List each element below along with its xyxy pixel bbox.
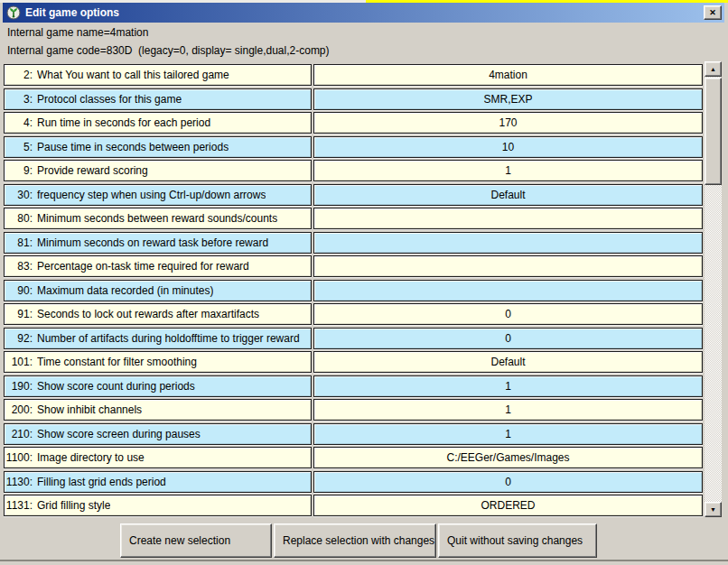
option-value-cell[interactable]: ORDERED (313, 495, 703, 516)
option-label-cell[interactable]: 1130:Filling last grid ends period (4, 471, 312, 493)
option-label-cell[interactable]: 4:Run time in seconds for each period (4, 112, 312, 134)
option-number: 81: (5, 236, 33, 249)
option-value-cell[interactable]: 4mation (313, 64, 703, 86)
option-row: 5:Pause time in seconds between periods1… (4, 136, 703, 158)
option-label-cell[interactable]: 1100:Image directory to use (4, 447, 312, 468)
option-label: Protocol classes for this game (37, 93, 182, 106)
edit-game-options-window: Edit game options ✕ Internal game name=4… (0, 0, 728, 565)
option-label: Show score count during periods (37, 380, 195, 393)
option-value-cell[interactable]: 10 (313, 136, 703, 158)
option-row: 200:Show inhibit channels1 (4, 399, 703, 421)
option-number: 80: (5, 212, 33, 225)
option-label-cell[interactable]: 30:frequency step when using Ctrl-up/dow… (4, 184, 312, 206)
create-new-selection-button[interactable]: Create new selection (120, 523, 272, 558)
option-label-cell[interactable]: 83:Percentage on-task time required for … (4, 255, 312, 277)
option-row: 101:Time constant for filter smoothingDe… (4, 351, 703, 373)
option-value-cell[interactable] (313, 280, 703, 301)
option-row: 92:Number of artifacts during holdofftim… (4, 328, 703, 349)
option-label-cell[interactable]: 190:Show score count during periods (4, 375, 312, 397)
window-bottom-edge (0, 560, 728, 561)
option-label: Grid filling style (37, 499, 110, 512)
option-label-cell[interactable]: 210:Show score screen during pauses (4, 423, 312, 445)
scroll-down-button[interactable]: ▼ (705, 502, 722, 517)
option-value-cell[interactable]: 1 (313, 423, 703, 445)
option-number: 30: (5, 189, 33, 201)
option-label-cell[interactable]: 3:Protocol classes for this game (4, 88, 312, 110)
option-number: 9: (5, 164, 33, 177)
option-value-cell[interactable]: 1 (313, 399, 703, 421)
option-label: Run time in seconds for each period (37, 116, 210, 129)
option-number: 210: (5, 428, 33, 440)
option-row: 81:Minimum seconds on reward task before… (4, 232, 703, 254)
scroll-up-button[interactable]: ▲ (705, 61, 722, 77)
option-number: 5: (5, 141, 33, 153)
option-row: 9:Provide reward scoring1 (4, 160, 703, 181)
option-label: Pause time in seconds between periods (37, 141, 229, 153)
option-number: 91: (5, 308, 33, 320)
vertical-scrollbar[interactable]: ▲ ▼ (705, 61, 722, 517)
option-label-cell[interactable]: 1131:Grid filling style (4, 495, 312, 516)
option-label-cell[interactable]: 200:Show inhibit channels (4, 399, 312, 421)
option-label-cell[interactable]: 81:Minimum seconds on reward task before… (4, 232, 312, 254)
scroll-down-icon: ▼ (710, 506, 716, 513)
option-number: 92: (5, 332, 33, 345)
option-label: Time constant for filter smoothing (37, 356, 197, 368)
option-label: Number of artifacts during holdofftime t… (37, 332, 300, 345)
window-title: Edit game options (25, 6, 119, 19)
scrollbar-thumb[interactable] (705, 78, 722, 185)
option-label-cell[interactable]: 80:Minimum seconds between reward sounds… (4, 208, 312, 229)
close-icon: ✕ (709, 8, 716, 17)
option-row: 1100:Image directory to useC:/EEGer/Game… (4, 447, 703, 468)
option-row: 4:Run time in seconds for each period170 (4, 112, 703, 134)
options-table: 2:What You want to call this tailored ga… (4, 64, 703, 519)
option-label-cell[interactable]: 2:What You want to call this tailored ga… (4, 64, 312, 86)
option-label: Seconds to lock out rewards after maxart… (37, 308, 259, 320)
option-value-cell[interactable] (313, 255, 703, 277)
option-label: Provide reward scoring (37, 164, 148, 177)
option-label-cell[interactable]: 92:Number of artifacts during holdofftim… (4, 328, 312, 349)
option-number: 101: (5, 356, 33, 368)
option-value-cell[interactable] (313, 232, 703, 254)
option-number: 190: (5, 380, 33, 393)
option-value-cell[interactable]: Default (313, 184, 703, 206)
option-label-cell[interactable]: 5:Pause time in seconds between periods (4, 136, 312, 158)
option-value-cell[interactable]: 170 (313, 112, 703, 134)
option-value-cell[interactable]: C:/EEGer/Games/Images (313, 447, 703, 468)
replace-selection-with-changes-button[interactable]: Replace selection with changes (274, 523, 436, 558)
app-icon (6, 5, 21, 20)
option-number: 90: (5, 284, 33, 297)
scrollbar-track[interactable] (705, 77, 722, 502)
option-value-cell[interactable]: SMR,EXP (313, 88, 703, 110)
option-label-cell[interactable]: 9:Provide reward scoring (4, 160, 312, 181)
option-label: Image directory to use (37, 451, 145, 464)
option-label: Minimum seconds on reward task before re… (37, 236, 268, 249)
option-row: 3:Protocol classes for this gameSMR,EXP (4, 88, 703, 110)
option-row: 210:Show score screen during pauses1 (4, 423, 703, 445)
close-button[interactable]: ✕ (704, 5, 722, 20)
option-row: 190:Show score count during periods1 (4, 375, 703, 397)
option-label-cell[interactable]: 90:Maximum data recorded (in minutes) (4, 280, 312, 301)
internal-game-code-text: Internal game code=830D (legacy=0, displ… (7, 44, 330, 57)
option-value-cell[interactable]: 1 (313, 375, 703, 397)
quit-without-saving-button[interactable]: Quit without saving changes (438, 523, 597, 558)
option-label-cell[interactable]: 101:Time constant for filter smoothing (4, 351, 312, 373)
option-number: 1130: (5, 476, 33, 488)
scroll-up-icon: ▲ (710, 66, 716, 72)
option-row: 1131:Grid filling styleORDERED (4, 495, 703, 516)
option-row: 83:Percentage on-task time required for … (4, 255, 703, 277)
option-number: 1131: (5, 499, 33, 512)
option-label: Show inhibit channels (37, 403, 142, 416)
option-value-cell[interactable]: 1 (313, 160, 703, 181)
option-label: Percentage on-task time required for rew… (37, 260, 249, 273)
option-label: Maximum data recorded (in minutes) (37, 284, 213, 297)
option-value-cell[interactable]: Default (313, 351, 703, 373)
option-label: Filling last grid ends period (37, 476, 166, 488)
titlebar[interactable]: Edit game options ✕ (3, 3, 724, 23)
option-value-cell[interactable]: 0 (313, 303, 703, 325)
option-value-cell[interactable]: 0 (313, 471, 703, 493)
option-label: frequency step when using Ctrl-up/down a… (37, 189, 266, 201)
option-label-cell[interactable]: 91:Seconds to lock out rewards after max… (4, 303, 312, 325)
option-value-cell[interactable]: 0 (313, 328, 703, 349)
option-number: 3: (5, 93, 33, 106)
option-value-cell[interactable] (313, 208, 703, 229)
